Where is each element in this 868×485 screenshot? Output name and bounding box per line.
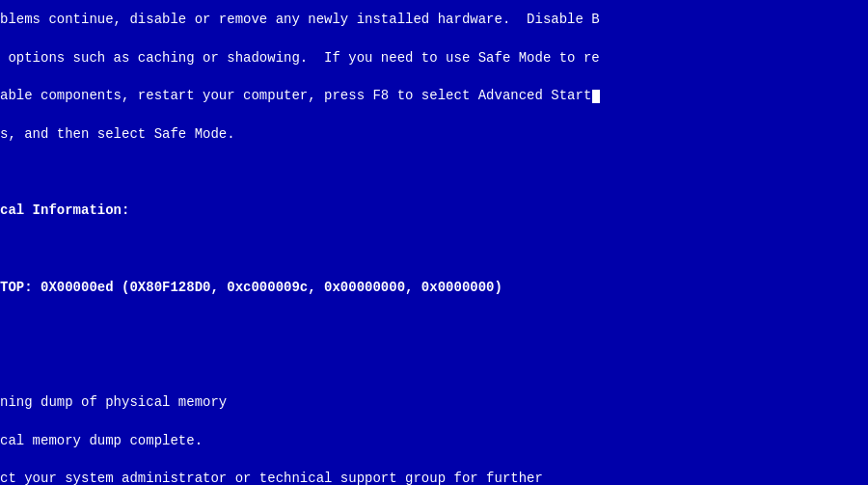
text-cursor (592, 90, 600, 103)
bsod-line-8 (0, 316, 868, 337)
bsod-text-area: blems continue, disable or remove any ne… (0, 10, 868, 485)
bsod-line-10: ning dump of physical memory (0, 392, 868, 414)
bsod-line-12: ct your system administrator or technica… (0, 469, 868, 485)
bsod-line-1: options such as caching or shadowing. If… (0, 48, 868, 69)
bsod-screen: blems continue, disable or remove any ne… (0, 0, 868, 485)
bsod-line-5: cal Information: (0, 201, 868, 222)
bsod-line-11: cal memory dump complete. (0, 431, 868, 452)
bsod-line-2: able components, restart your computer, … (0, 86, 868, 107)
bsod-line-6 (0, 239, 868, 260)
bsod-line-3: s, and then select Safe Mode. (0, 124, 868, 146)
bsod-line-7: TOP: 0X00000ed (0X80F128D0, 0xc000009c, … (0, 278, 868, 299)
bsod-line-9 (0, 354, 868, 375)
bsod-line-4 (0, 163, 868, 184)
bsod-line-0: blems continue, disable or remove any ne… (0, 10, 868, 31)
